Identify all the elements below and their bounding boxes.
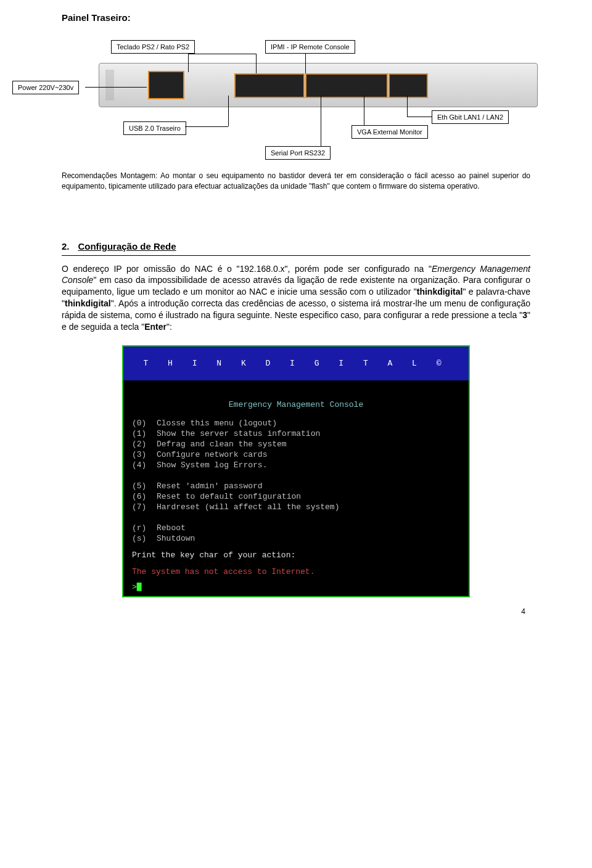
section-header: 2. Configuração de Rede: [62, 216, 530, 256]
terminal-menu-line: (3)Configure network cards: [132, 449, 460, 460]
terminal-cursor: >: [132, 583, 137, 592]
body-paragraph: O endereço IP por omissão do NAC é o "19…: [62, 263, 530, 333]
text-bold: thinkdigital: [65, 298, 111, 308]
recommendation-text: Recomendações Montagem: Ao montar o seu …: [62, 171, 530, 192]
rear-panel-diagram: Teclado PS2 / Rato PS2 IPMI - IP Remote …: [62, 29, 530, 165]
terminal-menu-line: (0)Closse this menu (logout): [132, 418, 460, 428]
label-teclado: Teclado PS2 / Rato PS2: [111, 40, 195, 54]
text-span: ". Após a introdução correcta das credên…: [62, 298, 530, 320]
io-ports: [305, 73, 388, 98]
text-span: O endereço IP por omissão do NAC é o "19…: [62, 264, 432, 274]
label-vga: VGA External Monitor: [352, 125, 428, 139]
text-bold: Enter: [144, 322, 166, 332]
terminal-prompt-label: Print the key char of your action:: [132, 550, 460, 560]
page-number: 4: [62, 607, 530, 616]
terminal-menu-line: (2)Defrag and clean the system: [132, 439, 460, 449]
label-eth: Eth Gbit LAN1 / LAN2: [432, 110, 509, 124]
label-usb: USB 2.0 Traseiro: [123, 121, 186, 135]
label-ipmi: IPMI - IP Remote Console: [265, 40, 355, 54]
lan-ports: [388, 73, 428, 98]
terminal-menu-line: [132, 512, 460, 523]
text-bold: 3: [522, 310, 527, 320]
cursor-block: █: [137, 583, 142, 592]
terminal-screenshot: T H I N K D I G I T A L © Emergency Mana…: [122, 345, 470, 597]
text-span: ":: [166, 322, 172, 332]
page-title: Painel Traseiro:: [62, 12, 530, 23]
terminal-menu-line: (5)Reset 'admin' password: [132, 481, 460, 491]
terminal-menu-line: (s)Shutdown: [132, 533, 460, 544]
section-title: Configuração de Rede: [78, 241, 176, 254]
terminal-menu: (0)Closse this menu (logout)(1)Show the …: [132, 418, 460, 544]
section-number: 2.: [62, 241, 70, 254]
label-power: Power 220V~230v: [12, 81, 79, 94]
terminal-menu-line: (4)Show System log Errors.: [132, 460, 460, 470]
label-serial: Serial Port RS232: [265, 146, 331, 160]
terminal-title: Emergency Management Console: [132, 387, 460, 418]
terminal-menu-line: (r)Reboot: [132, 523, 460, 533]
ps2-ports: [234, 73, 305, 98]
terminal-menu-line: (1)Show the server status information: [132, 428, 460, 439]
power-port: [148, 71, 184, 99]
text-bold: thinkdigital: [417, 287, 463, 297]
terminal-banner: T H I N K D I G I T A L ©: [123, 346, 469, 380]
terminal-warning: The system has not access to Internet.: [132, 567, 460, 577]
terminal-menu-line: (6)Reset to default configuration: [132, 491, 460, 502]
terminal-menu-line: (7)Hardreset (will affect all the system…: [132, 502, 460, 512]
terminal-menu-line: [132, 470, 460, 481]
